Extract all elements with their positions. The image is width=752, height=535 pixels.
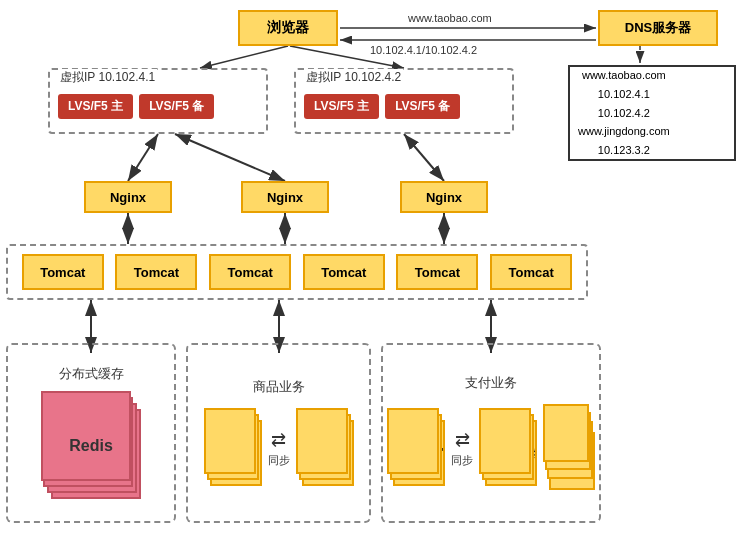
svg-line-13: [404, 134, 444, 181]
dns-server-box: DNS服务器: [598, 10, 718, 46]
tomcat-1: Tomcat: [22, 254, 104, 290]
goods-db-pair: 数据库·写 ⇄ 同步 数据库·读: [204, 408, 354, 488]
redis-stack: Redis: [41, 391, 141, 501]
tomcat-4: Tomcat: [303, 254, 385, 290]
goods-db-write-stack: 数据库·写: [204, 408, 262, 488]
dns-label: DNS服务器: [625, 19, 691, 37]
dns-info-line3: 10.102.4.2: [578, 104, 670, 123]
redis-card-1: [41, 391, 131, 481]
goods-db-write-card-3: [204, 408, 256, 474]
goods-sync-label: 同步: [268, 453, 290, 468]
payment-month-top: [543, 404, 589, 462]
payment-month-stack: N月 2月 1月: [543, 404, 595, 492]
svg-line-11: [128, 134, 158, 181]
goods-title: 商品业务: [253, 378, 305, 396]
svg-text:10.102.4.1/10.102.4.2: 10.102.4.1/10.102.4.2: [370, 44, 477, 56]
goods-service-group: 商品业务 数据库·写 ⇄ 同步 数据库·读: [186, 343, 371, 523]
payment-db-write-card-3: [387, 408, 439, 474]
dns-info-box: www.taobao.com 10.102.4.1 10.102.4.2 www…: [568, 65, 736, 161]
svg-text:www.taobao.com: www.taobao.com: [407, 12, 492, 24]
tomcat-2: Tomcat: [115, 254, 197, 290]
dns-info-line1: www.taobao.com: [578, 66, 670, 85]
browser-box: 浏览器: [238, 10, 338, 46]
svg-line-10: [290, 46, 404, 68]
nginx-label-1: Nginx: [84, 181, 172, 213]
payment-title: 支付业务: [465, 374, 517, 392]
vip2-label: 虚拟IP 10.102.4.2: [304, 69, 403, 86]
payment-db-read-card-3: [479, 408, 531, 474]
dns-info-line2: 10.102.4.1: [578, 85, 670, 104]
payment-db-pair: 数据库·写 ⇄ 同步 数据库·读 N月 2月 1: [387, 404, 595, 492]
dns-info-line5: 10.123.3.2: [578, 141, 670, 160]
lvs-f5-backup-1: LVS/F5 备: [139, 94, 214, 119]
vip-group-2: 虚拟IP 10.102.4.2 LVS/F5 主 LVS/F5 备: [294, 68, 514, 134]
svg-line-12: [175, 134, 285, 181]
tomcat-5: Tomcat: [396, 254, 478, 290]
svg-line-9: [200, 46, 288, 68]
vip-group-1: 虚拟IP 10.102.4.1 LVS/F5 主 LVS/F5 备: [48, 68, 268, 134]
cache-title: 分布式缓存: [59, 365, 124, 383]
browser-label: 浏览器: [267, 19, 309, 37]
payment-db-write-stack: 数据库·写: [387, 408, 445, 488]
tomcat-3: Tomcat: [209, 254, 291, 290]
payment-sync-label: 同步: [451, 453, 473, 468]
nginx-label-2: Nginx: [241, 181, 329, 213]
dns-info-content: www.taobao.com 10.102.4.1 10.102.4.2 www…: [578, 66, 670, 159]
tomcat-row: Tomcat Tomcat Tomcat Tomcat Tomcat Tomca…: [6, 244, 588, 300]
vip1-label: 虚拟IP 10.102.4.1: [58, 69, 157, 86]
cache-service-group: 分布式缓存 Redis: [6, 343, 176, 523]
tomcat-6: Tomcat: [490, 254, 572, 290]
lvs-f5-backup-2: LVS/F5 备: [385, 94, 460, 119]
nginx-label-3: Nginx: [400, 181, 488, 213]
payment-db-read-stack: 数据库·读: [479, 408, 537, 488]
lvs-f5-main-1: LVS/F5 主: [58, 94, 133, 119]
redis-label: Redis: [69, 437, 113, 455]
lvs-f5-main-2: LVS/F5 主: [304, 94, 379, 119]
payment-service-group: 支付业务 数据库·写 ⇄ 同步 数据库·读: [381, 343, 601, 523]
dns-info-line4: www.jingdong.com: [578, 122, 670, 141]
goods-db-read-card-3: [296, 408, 348, 474]
goods-db-read-stack: 数据库·读: [296, 408, 354, 488]
